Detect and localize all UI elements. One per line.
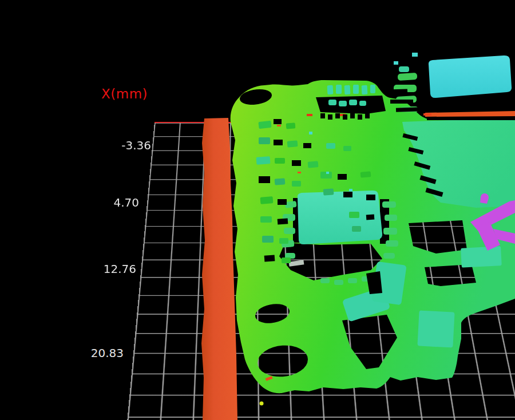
point-cloud-layer xyxy=(0,0,515,420)
point-cloud-viewport[interactable]: X(mm) -3.36 4.70 12.76 20.83 xyxy=(0,0,515,420)
outlier-yellow-dot xyxy=(260,402,264,406)
scan-strip xyxy=(201,118,237,420)
module-shadow-line xyxy=(427,116,515,120)
